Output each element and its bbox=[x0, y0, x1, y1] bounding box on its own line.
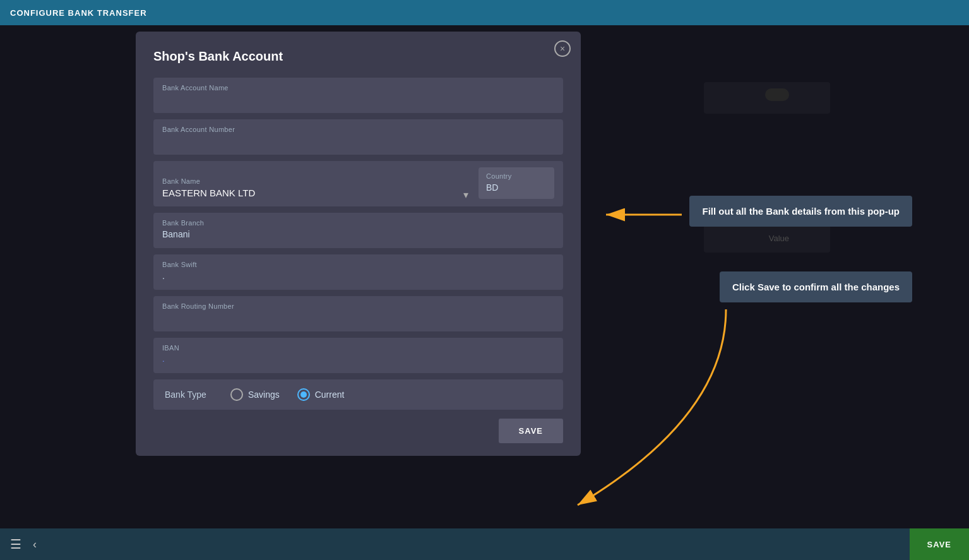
page-title: CONFIGURE BANK TRANSFER bbox=[10, 8, 147, 18]
close-icon: × bbox=[560, 44, 565, 54]
radio-current-label: Current bbox=[315, 390, 345, 400]
bottom-bar: ☰ ‹ SAVE bbox=[0, 528, 969, 560]
bank-name-field: Bank Name EASTERN BANK LTD DUTCH BANGLA … bbox=[162, 177, 470, 199]
bank-account-number-field: Bank Account Number bbox=[153, 119, 563, 155]
bank-account-name-input[interactable] bbox=[162, 95, 554, 105]
main-area: Value × Shop's Bank Account Bank Account… bbox=[0, 25, 969, 528]
iban-value: . bbox=[162, 354, 554, 366]
bank-routing-input[interactable] bbox=[162, 313, 554, 323]
country-label: Country bbox=[486, 172, 547, 180]
iban-field: IBAN . bbox=[153, 338, 563, 373]
modal-close-button[interactable]: × bbox=[554, 40, 571, 57]
radio-current-inner bbox=[300, 391, 307, 398]
radio-savings[interactable]: Savings bbox=[230, 388, 280, 401]
iban-label: IBAN bbox=[162, 344, 554, 352]
annotation-box-1: Fill out all the Bank details from this … bbox=[689, 196, 912, 227]
bank-branch-value: Banani bbox=[162, 229, 554, 241]
annotation-1-text: Fill out all the Bank details from this … bbox=[702, 206, 900, 217]
bank-branch-field: Bank Branch Banani bbox=[153, 213, 563, 248]
top-bar: CONFIGURE BANK TRANSFER bbox=[0, 0, 969, 25]
country-field: Country BD bbox=[479, 167, 554, 199]
radio-savings-circle bbox=[230, 388, 243, 401]
radio-savings-label: Savings bbox=[248, 390, 280, 400]
bank-account-number-input[interactable] bbox=[162, 136, 554, 146]
annotation-2-text: Click Save to confirm all the changes bbox=[732, 282, 900, 292]
bank-account-name-field: Bank Account Name bbox=[153, 78, 563, 113]
bottom-save-button[interactable]: SAVE bbox=[910, 528, 969, 560]
bank-account-name-label: Bank Account Name bbox=[162, 84, 554, 92]
bank-routing-field: Bank Routing Number bbox=[153, 296, 563, 331]
radio-current[interactable]: Current bbox=[297, 388, 345, 401]
bank-name-select-wrapper: EASTERN BANK LTD DUTCH BANGLA BANK BRAC … bbox=[162, 188, 470, 199]
modal-title: Shop's Bank Account bbox=[153, 49, 563, 64]
bank-name-country-row: Bank Name EASTERN BANK LTD DUTCH BANGLA … bbox=[153, 161, 563, 206]
radio-current-circle bbox=[297, 388, 310, 401]
bank-routing-label: Bank Routing Number bbox=[162, 302, 554, 310]
bank-swift-label: Bank Swift bbox=[162, 261, 554, 268]
bank-type-label: Bank Type bbox=[165, 390, 206, 400]
bank-name-label: Bank Name bbox=[162, 177, 470, 185]
bank-type-row: Bank Type Savings Current bbox=[153, 379, 563, 410]
country-value: BD bbox=[486, 182, 547, 194]
modal-save-button-row: SAVE bbox=[153, 419, 563, 443]
back-icon[interactable]: ‹ bbox=[33, 538, 37, 551]
dropdown-arrow-icon: ▾ bbox=[463, 189, 468, 201]
modal-save-button[interactable]: SAVE bbox=[499, 419, 563, 443]
bank-swift-value: . bbox=[162, 271, 554, 282]
hamburger-icon[interactable]: ☰ bbox=[10, 537, 21, 552]
bank-account-modal: × Shop's Bank Account Bank Account Name … bbox=[136, 32, 581, 456]
bank-name-select[interactable]: EASTERN BANK LTD DUTCH BANGLA BANK BRAC … bbox=[162, 188, 402, 198]
bank-account-number-label: Bank Account Number bbox=[162, 126, 554, 133]
bank-branch-label: Bank Branch bbox=[162, 219, 554, 227]
bank-swift-field: Bank Swift . bbox=[153, 254, 563, 290]
annotation-box-2: Click Save to confirm all the changes bbox=[720, 271, 912, 302]
